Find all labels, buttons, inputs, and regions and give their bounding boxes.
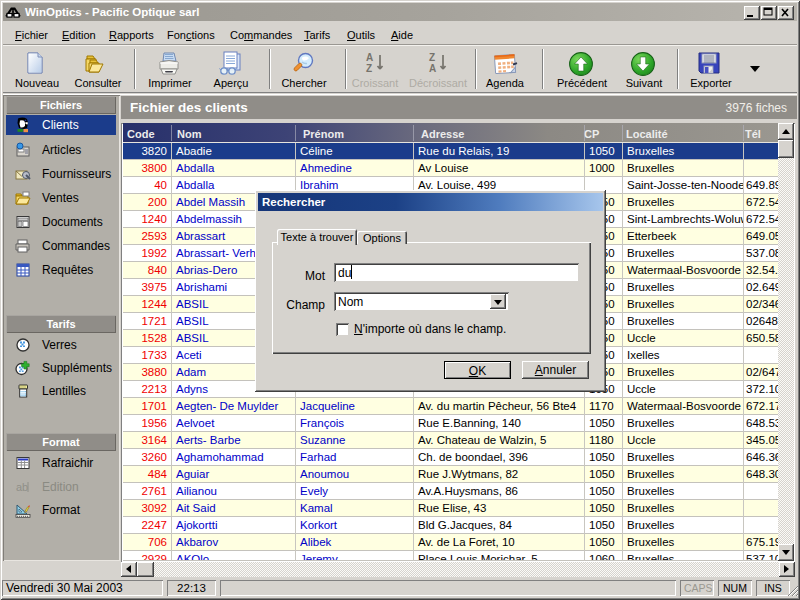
svg-text:A: A xyxy=(366,52,373,63)
svg-text:Z: Z xyxy=(429,52,435,63)
svg-text:Z: Z xyxy=(366,63,372,74)
svg-text:ab: ab xyxy=(16,481,28,493)
svg-text:A: A xyxy=(429,63,436,74)
